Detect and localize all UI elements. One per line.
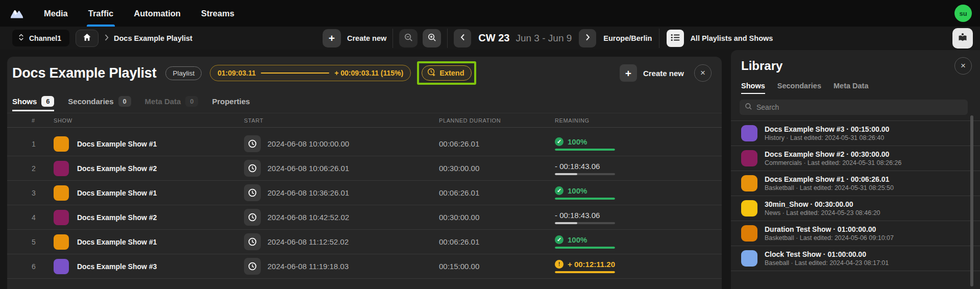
library-item-title: Docs Example Show #3 · 00:15:00.00 — [765, 125, 889, 133]
remaining-progress-bar — [555, 198, 615, 200]
tab-secondaries[interactable]: Secondaries 0 — [68, 89, 131, 113]
create-new-label: Create new — [347, 34, 386, 42]
table-row[interactable]: 4 Docs Example Show #2 2024-06-08 10:42:… — [7, 205, 722, 230]
start-cell: 2024-06-08 10:00:00.00 — [237, 135, 432, 152]
remaining-progress-bar — [555, 173, 615, 175]
show-cell: Docs Example Show #1 — [46, 185, 237, 201]
library-list-item[interactable]: Clock Test Show · 01:00:00.00 Baseball ·… — [731, 246, 980, 271]
nav-item-automation[interactable]: Automation — [134, 0, 181, 27]
tab-count-badge: 6 — [41, 96, 54, 107]
library-toggle-button[interactable] — [952, 28, 973, 49]
column-header-start: START — [237, 117, 432, 124]
previous-week-button[interactable] — [454, 29, 471, 47]
close-icon[interactable]: × — [954, 57, 972, 75]
planned-duration: 00:06:26.01 — [432, 139, 548, 148]
tab-shows[interactable]: Shows 6 — [12, 89, 54, 113]
playlist-create-new-button[interactable]: + Create new — [620, 64, 684, 82]
extend-button[interactable]: Extend — [422, 65, 471, 81]
all-playlists-view-button[interactable] — [667, 30, 684, 47]
start-cell: 2024-06-08 11:12:52.02 — [237, 233, 432, 250]
clock-icon[interactable] — [244, 209, 261, 226]
playlist-panel: Docs Example Playlist Playlist 01:09:03.… — [7, 57, 722, 289]
breadcrumb-label: Docs Example Playlist — [114, 34, 192, 42]
tab-meta-data[interactable]: Meta Data 0 — [145, 89, 199, 113]
next-week-button[interactable] — [579, 29, 596, 47]
duration-pill: 01:09:03.11 + 00:09:03.11 (115%) — [210, 65, 411, 81]
close-icon[interactable]: × — [694, 64, 712, 82]
toolbar-create-new-button[interactable]: + Create new — [323, 29, 386, 47]
start-cell: 2024-06-08 10:36:26.01 — [237, 184, 432, 201]
table-row[interactable]: 6 Docs Example Show #3 2024-06-08 11:19:… — [7, 254, 722, 279]
tab-label: Properties — [212, 97, 250, 106]
library-scrollbar[interactable] — [970, 115, 973, 286]
library-search[interactable] — [740, 100, 968, 115]
show-color-chip — [741, 225, 757, 242]
planned-duration: 00:06:26.01 — [432, 188, 548, 197]
remaining-label: 100% — [568, 137, 587, 146]
remaining-status: ✓ 100% — [555, 235, 722, 244]
clock-icon[interactable] — [244, 258, 261, 275]
show-name: Docs Example Show #3 — [77, 262, 157, 271]
user-avatar[interactable]: su — [954, 5, 972, 22]
home-button[interactable] — [76, 30, 99, 47]
clock-icon[interactable] — [244, 184, 261, 201]
tab-properties[interactable]: Properties — [212, 89, 250, 113]
extend-label: Extend — [439, 69, 464, 77]
library-list-item[interactable]: Duration Test Show · 01:00:00.00 Basketb… — [731, 221, 980, 246]
remaining-label: + 00:12:11.20 — [568, 260, 615, 269]
clock-icon[interactable] — [244, 160, 261, 177]
column-header-planned: PLANNED DURATION — [432, 117, 548, 124]
content-area: Docs Example Playlist Playlist 01:09:03.… — [0, 50, 980, 289]
top-nav: Media Traffic Automation Streams su — [0, 0, 980, 27]
table-row[interactable]: 2 Docs Example Show #2 2024-06-08 10:06:… — [7, 156, 722, 181]
remaining-progress-bar — [555, 222, 615, 224]
column-header-show: SHOW — [46, 117, 237, 124]
show-color-chip — [54, 161, 69, 176]
zoom-out-button[interactable] — [399, 29, 418, 47]
show-color-chip — [741, 200, 757, 216]
library-title: Library — [741, 59, 954, 73]
library-item-text: Clock Test Show · 01:00:00.00 Baseball ·… — [765, 250, 889, 267]
library-list-item[interactable]: Docs Example Show #2 · 00:30:00.00 Comme… — [731, 146, 980, 171]
remaining-progress-fill — [555, 222, 577, 224]
channel-select[interactable]: Channel1 — [12, 30, 69, 46]
library-item-title: Docs Example Show #2 · 00:30:00.00 — [765, 150, 901, 158]
show-color-chip — [741, 150, 757, 166]
status-icon: ✓ — [555, 137, 564, 146]
library-list-item[interactable]: Docs Example Show #3 · 00:15:00.00 Histo… — [731, 121, 980, 146]
show-color-chip — [741, 175, 757, 191]
show-color-chip — [54, 234, 69, 250]
library-list-item[interactable]: Docs Example Show #1 · 00:06:26.01 Baske… — [731, 171, 980, 196]
main-nav: Media Traffic Automation Streams — [44, 0, 234, 27]
search-input[interactable] — [756, 103, 963, 111]
start-time: 2024-06-08 10:36:26.01 — [267, 188, 349, 197]
library-list: Docs Example Show #3 · 00:15:00.00 Histo… — [731, 121, 980, 271]
list-icon — [671, 34, 680, 43]
remaining-status: - 00:18:43.06 — [555, 161, 722, 171]
chevron-right-icon — [585, 34, 590, 42]
clock-icon[interactable] — [244, 233, 261, 250]
library-tab-shows[interactable]: Shows — [741, 77, 765, 95]
show-cell: Docs Example Show #2 — [46, 210, 237, 225]
table-row[interactable]: 3 Docs Example Show #1 2024-06-08 10:36:… — [7, 181, 722, 205]
nav-item-label: Media — [44, 9, 68, 18]
library-tab-meta-data[interactable]: Meta Data — [834, 77, 869, 95]
nav-item-media[interactable]: Media — [44, 0, 68, 27]
library-tab-secondaries[interactable]: Secondaries — [777, 77, 821, 95]
status-icon: ✓ — [555, 235, 564, 244]
library-list-item[interactable]: 30min_Show · 00:30:00.00 News · Last edi… — [731, 196, 980, 221]
nav-item-traffic[interactable]: Traffic — [88, 0, 114, 27]
nav-item-streams[interactable]: Streams — [201, 0, 234, 27]
highlight-box: Extend — [417, 61, 476, 85]
table-row[interactable]: 5 Docs Example Show #1 2024-06-08 11:12:… — [7, 230, 722, 254]
clock-icon[interactable] — [244, 135, 261, 152]
plus-icon: + — [323, 29, 341, 47]
planned-duration: 00:30:00.00 — [432, 213, 548, 222]
library-item-text: Docs Example Show #3 · 00:15:00.00 Histo… — [765, 125, 889, 141]
unfold-icon — [18, 33, 24, 43]
library-header: Library × — [731, 50, 980, 75]
zoom-in-button[interactable] — [423, 29, 441, 47]
app-logo-icon[interactable] — [9, 7, 24, 19]
table-row[interactable]: 1 Docs Example Show #1 2024-06-08 10:00:… — [7, 132, 722, 156]
breadcrumb[interactable]: Docs Example Playlist — [105, 34, 192, 43]
